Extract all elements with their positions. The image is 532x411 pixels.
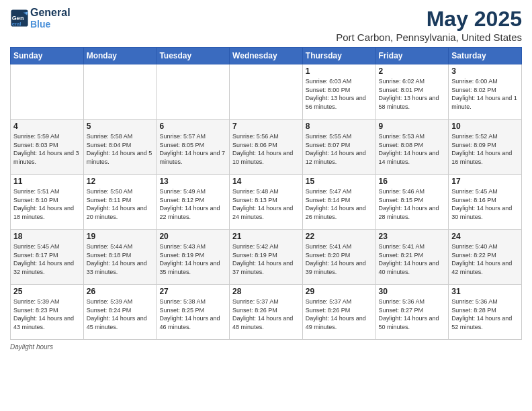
day-number: 26	[87, 287, 154, 296]
day-info: Sunrise: 6:03 AM Sunset: 8:00 PM Dayligh…	[306, 77, 373, 111]
day-info: Sunrise: 5:47 AM Sunset: 8:14 PM Dayligh…	[306, 187, 373, 221]
calendar-cell	[157, 64, 230, 120]
day-number: 30	[379, 287, 446, 296]
col-header-friday: Friday	[375, 48, 449, 64]
col-header-monday: Monday	[83, 48, 157, 64]
calendar-cell: 1Sunrise: 6:03 AM Sunset: 8:00 PM Daylig…	[302, 64, 375, 120]
day-info: Sunrise: 5:59 AM Sunset: 8:03 PM Dayligh…	[13, 132, 81, 166]
day-info: Sunrise: 5:38 AM Sunset: 8:25 PM Dayligh…	[159, 298, 226, 331]
day-number: 5	[87, 122, 154, 131]
calendar-cell: 9Sunrise: 5:53 AM Sunset: 8:08 PM Daylig…	[375, 120, 449, 175]
day-info: Sunrise: 5:37 AM Sunset: 8:26 PM Dayligh…	[306, 298, 373, 331]
calendar-cell: 22Sunrise: 5:41 AM Sunset: 8:20 PM Dayli…	[302, 230, 375, 285]
calendar-cell: 30Sunrise: 5:36 AM Sunset: 8:27 PM Dayli…	[375, 285, 449, 340]
day-number: 14	[232, 177, 300, 186]
calendar-cell: 16Sunrise: 5:46 AM Sunset: 8:15 PM Dayli…	[375, 175, 449, 230]
day-number: 7	[232, 122, 300, 131]
week-row-5: 25Sunrise: 5:39 AM Sunset: 8:23 PM Dayli…	[11, 285, 522, 340]
calendar-cell: 15Sunrise: 5:47 AM Sunset: 8:14 PM Dayli…	[302, 175, 375, 230]
calendar-cell: 31Sunrise: 5:36 AM Sunset: 8:28 PM Dayli…	[449, 285, 522, 340]
day-info: Sunrise: 5:36 AM Sunset: 8:28 PM Dayligh…	[451, 298, 519, 331]
day-number: 19	[87, 232, 154, 241]
day-number: 12	[87, 177, 154, 186]
day-number: 25	[13, 287, 81, 296]
calendar-cell	[230, 64, 303, 120]
day-number: 9	[379, 122, 446, 131]
calendar-cell: 2Sunrise: 6:02 AM Sunset: 8:01 PM Daylig…	[375, 64, 449, 120]
day-info: Sunrise: 5:56 AM Sunset: 8:06 PM Dayligh…	[232, 132, 300, 166]
calendar-cell: 10Sunrise: 5:52 AM Sunset: 8:09 PM Dayli…	[449, 120, 522, 175]
week-row-4: 18Sunrise: 5:45 AM Sunset: 8:17 PM Dayli…	[11, 230, 522, 285]
day-number: 1	[306, 66, 373, 76]
month-title: May 2025	[336, 7, 522, 32]
day-info: Sunrise: 5:44 AM Sunset: 8:18 PM Dayligh…	[87, 242, 154, 276]
calendar-cell: 8Sunrise: 5:55 AM Sunset: 8:07 PM Daylig…	[302, 120, 375, 175]
day-info: Sunrise: 5:41 AM Sunset: 8:20 PM Dayligh…	[306, 242, 373, 276]
day-info: Sunrise: 5:50 AM Sunset: 8:11 PM Dayligh…	[87, 187, 154, 221]
day-number: 29	[306, 287, 373, 296]
day-number: 23	[379, 232, 446, 241]
day-info: Sunrise: 5:37 AM Sunset: 8:26 PM Dayligh…	[232, 298, 300, 331]
logo-text: General Blue	[30, 7, 71, 30]
day-number: 18	[13, 232, 81, 241]
calendar-cell: 12Sunrise: 5:50 AM Sunset: 8:11 PM Dayli…	[83, 175, 157, 230]
calendar-cell: 29Sunrise: 5:37 AM Sunset: 8:26 PM Dayli…	[302, 285, 375, 340]
day-info: Sunrise: 5:39 AM Sunset: 8:24 PM Dayligh…	[87, 298, 154, 331]
col-header-wednesday: Wednesday	[230, 48, 303, 64]
svg-text:eral: eral	[12, 21, 21, 27]
calendar-cell: 14Sunrise: 5:48 AM Sunset: 8:13 PM Dayli…	[230, 175, 303, 230]
day-number: 4	[13, 122, 81, 131]
day-info: Sunrise: 5:42 AM Sunset: 8:19 PM Dayligh…	[232, 242, 300, 276]
day-number: 24	[451, 232, 519, 241]
calendar-cell: 11Sunrise: 5:51 AM Sunset: 8:10 PM Dayli…	[11, 175, 84, 230]
day-info: Sunrise: 6:02 AM Sunset: 8:01 PM Dayligh…	[379, 77, 446, 111]
calendar-cell: 5Sunrise: 5:58 AM Sunset: 8:04 PM Daylig…	[83, 120, 157, 175]
day-number: 27	[159, 287, 226, 296]
day-info: Sunrise: 5:39 AM Sunset: 8:23 PM Dayligh…	[13, 298, 81, 331]
day-number: 8	[306, 122, 373, 131]
calendar-cell: 27Sunrise: 5:38 AM Sunset: 8:25 PM Dayli…	[157, 285, 230, 340]
footer-label: Daylight hours	[10, 343, 53, 351]
week-row-3: 11Sunrise: 5:51 AM Sunset: 8:10 PM Dayli…	[11, 175, 522, 230]
day-number: 3	[451, 66, 519, 76]
day-number: 17	[451, 177, 519, 186]
calendar-cell: 28Sunrise: 5:37 AM Sunset: 8:26 PM Dayli…	[230, 285, 303, 340]
day-number: 10	[451, 122, 519, 131]
calendar-cell: 13Sunrise: 5:49 AM Sunset: 8:12 PM Dayli…	[157, 175, 230, 230]
calendar-cell: 19Sunrise: 5:44 AM Sunset: 8:18 PM Dayli…	[83, 230, 157, 285]
day-number: 6	[159, 122, 226, 131]
day-info: Sunrise: 5:36 AM Sunset: 8:27 PM Dayligh…	[379, 298, 446, 331]
day-info: Sunrise: 6:00 AM Sunset: 8:02 PM Dayligh…	[451, 77, 519, 111]
col-header-sunday: Sunday	[11, 48, 84, 64]
calendar-cell: 4Sunrise: 5:59 AM Sunset: 8:03 PM Daylig…	[11, 120, 84, 175]
calendar-cell: 6Sunrise: 5:57 AM Sunset: 8:05 PM Daylig…	[157, 120, 230, 175]
location-title: Port Carbon, Pennsylvania, United States	[336, 32, 522, 43]
day-number: 31	[451, 287, 519, 296]
logo-icon: Gen eral	[10, 9, 29, 28]
calendar-cell: 26Sunrise: 5:39 AM Sunset: 8:24 PM Dayli…	[83, 285, 157, 340]
day-info: Sunrise: 5:55 AM Sunset: 8:07 PM Dayligh…	[306, 132, 373, 166]
calendar-cell: 20Sunrise: 5:43 AM Sunset: 8:19 PM Dayli…	[157, 230, 230, 285]
day-info: Sunrise: 5:57 AM Sunset: 8:05 PM Dayligh…	[159, 132, 226, 166]
day-number: 21	[232, 232, 300, 241]
day-info: Sunrise: 5:58 AM Sunset: 8:04 PM Dayligh…	[87, 132, 154, 166]
day-info: Sunrise: 5:40 AM Sunset: 8:22 PM Dayligh…	[451, 242, 519, 276]
calendar-cell: 17Sunrise: 5:45 AM Sunset: 8:16 PM Dayli…	[449, 175, 522, 230]
week-row-1: 1Sunrise: 6:03 AM Sunset: 8:00 PM Daylig…	[11, 64, 522, 120]
day-info: Sunrise: 5:51 AM Sunset: 8:10 PM Dayligh…	[13, 187, 81, 221]
header: Gen eral General Blue May 2025 Port Carb…	[10, 7, 522, 43]
header-row: SundayMondayTuesdayWednesdayThursdayFrid…	[11, 48, 522, 64]
day-info: Sunrise: 5:52 AM Sunset: 8:09 PM Dayligh…	[451, 132, 519, 166]
day-info: Sunrise: 5:45 AM Sunset: 8:16 PM Dayligh…	[451, 187, 519, 221]
col-header-thursday: Thursday	[302, 48, 375, 64]
day-info: Sunrise: 5:41 AM Sunset: 8:21 PM Dayligh…	[379, 242, 446, 276]
calendar-cell: 7Sunrise: 5:56 AM Sunset: 8:06 PM Daylig…	[230, 120, 303, 175]
day-info: Sunrise: 5:46 AM Sunset: 8:15 PM Dayligh…	[379, 187, 446, 221]
logo: Gen eral General Blue	[10, 7, 71, 30]
day-number: 16	[379, 177, 446, 186]
title-block: May 2025 Port Carbon, Pennsylvania, Unit…	[336, 7, 522, 43]
calendar-cell: 18Sunrise: 5:45 AM Sunset: 8:17 PM Dayli…	[11, 230, 84, 285]
footer: Daylight hours	[10, 343, 522, 351]
day-number: 20	[159, 232, 226, 241]
day-number: 28	[232, 287, 300, 296]
